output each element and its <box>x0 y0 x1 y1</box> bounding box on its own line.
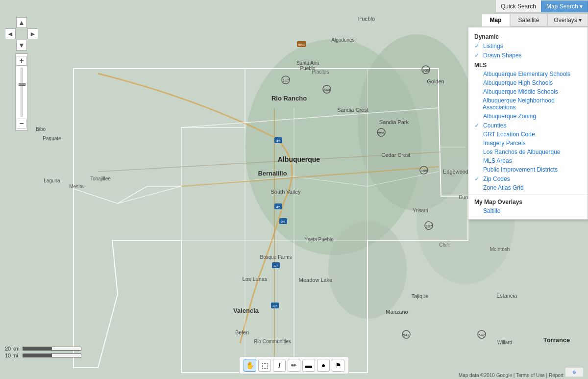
overlay-item-counties[interactable]: ✓ Counties <box>468 121 588 130</box>
overlay-item-listings[interactable]: ✓ Listings <box>468 41 588 51</box>
check-icon-zip: ✓ <box>474 175 481 182</box>
scale-km-label: 20 km <box>5 346 23 352</box>
map-tabs: Map Satellite Overlays ▾ <box>482 14 588 26</box>
shape-button[interactable]: ▬ <box>302 359 315 372</box>
map-controls: ▲ ◄ ► ▼ + − <box>5 17 38 131</box>
overlay-link-drawn-shapes[interactable]: Drawn Shapes <box>483 52 522 59</box>
overlay-item-pid[interactable]: Public Improvement Districts <box>468 165 588 174</box>
check-icon-listings: ✓ <box>474 42 481 50</box>
draw-path-button[interactable]: ✏ <box>288 359 300 372</box>
map-search-button[interactable]: Map Search ▾ <box>541 0 588 12</box>
svg-text:Edgewood: Edgewood <box>443 169 468 175</box>
overlay-link-saltillo[interactable]: Saltillo <box>483 207 500 214</box>
svg-text:550: 550 <box>298 43 305 47</box>
svg-text:45: 45 <box>276 139 281 143</box>
scale-mi-label: 10 mi <box>5 353 23 358</box>
overlay-item-middle-schools[interactable]: Albuquerque Middle Schools <box>468 87 588 96</box>
draw-rect-button[interactable]: ⬚ <box>258 359 271 372</box>
flag-button[interactable]: ⚑ <box>332 359 344 372</box>
pan-right-button[interactable]: ► <box>27 28 38 39</box>
overlay-item-neighborhood[interactable]: Albuquerque Neighborhood Associations <box>468 96 588 112</box>
check-icon-drawn-shapes: ✓ <box>474 51 481 59</box>
overlay-item-imagery[interactable]: Imagery Parcels <box>468 139 588 148</box>
overlay-link-grt[interactable]: GRT Location Code <box>483 131 535 138</box>
svg-text:542: 542 <box>478 333 485 337</box>
overlay-item-elementary[interactable]: Albuquerque Elementary Schools <box>468 70 588 78</box>
overlay-item-high-schools[interactable]: Albuquerque High Schools <box>468 78 588 87</box>
svg-text:South Valley: South Valley <box>271 189 301 195</box>
overlay-link-los-ranchos[interactable]: Los Ranchos de Albuquerque <box>483 149 560 155</box>
svg-text:Sandia Park: Sandia Park <box>379 119 409 125</box>
top-bar: Quick Search Map Search ▾ <box>496 0 588 13</box>
overlay-panel: Dynamic ✓ Listings ✓ Drawn Shapes MLS Al… <box>468 27 588 220</box>
svg-text:556: 556 <box>378 131 385 135</box>
overlay-link-high-schools[interactable]: Albuquerque High Schools <box>483 79 553 86</box>
svg-text:Valencia: Valencia <box>233 307 259 314</box>
overlay-item-los-ranchos[interactable]: Los Ranchos de Albuquerque <box>468 148 588 156</box>
overlay-link-zoning[interactable]: Albuquerque Zoning <box>483 113 536 120</box>
pan-up-button[interactable]: ▲ <box>16 17 27 28</box>
tab-satellite[interactable]: Satellite <box>510 14 548 26</box>
pan-tool-button[interactable]: ✋ <box>244 359 256 372</box>
map-credits: Map data ©2010 Google | Terms of Use | R… <box>459 373 564 378</box>
zoom-control: + − <box>15 53 28 131</box>
bottom-toolbar: ✋ ⬚ i ✏ ▬ ● ⚑ <box>239 356 349 374</box>
overlay-link-mls-areas[interactable]: MLS Areas <box>483 157 512 164</box>
zoom-track[interactable] <box>21 68 23 117</box>
overlay-link-listings[interactable]: Listings <box>483 43 503 50</box>
overlay-item-saltillo[interactable]: Saltillo <box>468 206 588 215</box>
svg-text:Tohajillee: Tohajillee <box>90 176 111 181</box>
overlay-item-zip-codes[interactable]: ✓ Zip Codes <box>468 174 588 183</box>
svg-text:McIntosh: McIntosh <box>490 247 510 252</box>
zoom-thumb[interactable] <box>19 83 25 86</box>
overlay-link-elementary[interactable]: Albuquerque Elementary Schools <box>483 71 570 77</box>
svg-text:Golden: Golden <box>427 78 444 84</box>
scale-bar: 20 km 10 mi <box>5 346 81 359</box>
zoom-in-button[interactable]: + <box>17 56 26 66</box>
svg-text:Bosque Farms: Bosque Farms <box>260 254 292 260</box>
svg-text:Rio Rancho: Rio Rancho <box>271 95 307 102</box>
zoom-out-button[interactable]: − <box>17 119 26 128</box>
svg-text:45: 45 <box>276 205 281 209</box>
pan-left-button[interactable]: ◄ <box>5 28 16 39</box>
scale-km-bar <box>23 347 81 351</box>
my-overlays-title: My Map Overlays <box>468 197 588 206</box>
svg-text:Bernalillo: Bernalillo <box>258 170 287 177</box>
svg-text:Laguna: Laguna <box>44 178 60 183</box>
overlay-link-pid[interactable]: Public Improvement Districts <box>483 166 558 173</box>
tab-map[interactable]: Map <box>482 14 510 26</box>
dynamic-section-title: Dynamic <box>468 31 588 41</box>
mls-section-title: MLS <box>468 60 588 70</box>
svg-text:25: 25 <box>281 220 286 224</box>
svg-text:337: 337 <box>425 224 432 228</box>
quick-search-button[interactable]: Quick Search <box>496 1 541 12</box>
svg-text:Santa Ana: Santa Ana <box>296 60 319 66</box>
overlay-item-grt[interactable]: GRT Location Code <box>468 130 588 139</box>
svg-text:Pueblo: Pueblo <box>358 16 375 22</box>
svg-text:Yseta Pueblo: Yseta Pueblo <box>304 237 334 242</box>
svg-text:906: 906 <box>422 68 429 73</box>
svg-text:Belen: Belen <box>235 329 249 335</box>
overlay-item-zone-atlas[interactable]: Zone Atlas Grid <box>468 183 588 192</box>
overlay-item-drawn-shapes[interactable]: ✓ Drawn Shapes <box>468 51 588 60</box>
overlay-item-zoning[interactable]: Albuquerque Zoning <box>468 112 588 121</box>
overlay-link-middle-schools[interactable]: Albuquerque Middle Schools <box>483 88 558 95</box>
circle-button[interactable]: ● <box>317 359 330 372</box>
svg-text:855: 855 <box>420 169 427 173</box>
svg-text:Chilli: Chilli <box>439 242 450 248</box>
overlay-link-counties[interactable]: Counties <box>483 122 506 129</box>
overlay-link-neighborhood[interactable]: Albuquerque Neighborhood Associations <box>483 97 582 111</box>
pan-down-button[interactable]: ▼ <box>16 40 27 51</box>
svg-text:Sandia Crest: Sandia Crest <box>337 107 368 113</box>
google-logo: G <box>565 368 583 377</box>
info-button[interactable]: i <box>273 359 286 372</box>
overlay-link-imagery[interactable]: Imagery Parcels <box>483 140 526 147</box>
svg-text:Cedar Crest: Cedar Crest <box>381 152 410 158</box>
svg-text:Estancia: Estancia <box>496 293 517 299</box>
overlay-item-mls-areas[interactable]: MLS Areas <box>468 156 588 165</box>
overlay-link-zip-codes[interactable]: Zip Codes <box>483 176 510 182</box>
svg-text:542: 542 <box>403 333 410 337</box>
tab-overlays[interactable]: Overlays ▾ <box>547 14 588 26</box>
overlay-link-zone-atlas[interactable]: Zone Atlas Grid <box>483 184 524 191</box>
svg-text:Meadow Lake: Meadow Lake <box>299 277 333 283</box>
